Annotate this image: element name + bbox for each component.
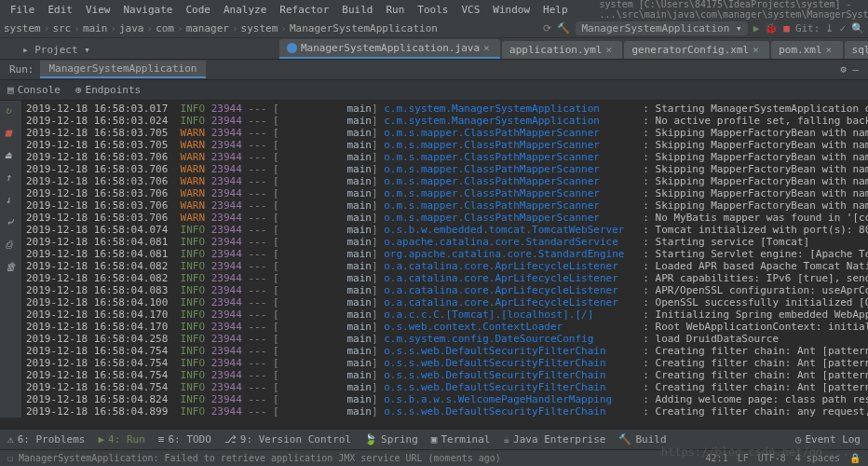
git-pull-icon[interactable]: ⤓ [825, 22, 834, 34]
run-icon[interactable]: ▶ [753, 22, 760, 34]
run-label: Run: [9, 63, 34, 75]
up-icon[interactable]: ↑ [6, 171, 17, 183]
menu-window[interactable]: Window [486, 2, 536, 18]
trash-icon[interactable]: 🗑 [6, 261, 17, 272]
menu-help[interactable]: Help [536, 2, 575, 18]
stop-icon[interactable]: ■ [6, 127, 17, 138]
git-label: Git: [795, 22, 821, 34]
file-tabs: ManagerSystemApplication.java× applicati… [0, 38, 868, 60]
menu-analyze[interactable]: Analyze [217, 2, 273, 18]
build-icon[interactable]: 🔨 [557, 22, 570, 34]
spring-tool[interactable]: 🍃 Spring [364, 433, 418, 445]
crumb-manager[interactable]: manager [186, 22, 229, 34]
menu-code[interactable]: Code [179, 2, 217, 18]
run-tool-header: Run: ManagerSystemApplication ⚙ — [0, 60, 868, 80]
sync-icon[interactable]: ⟳ [543, 22, 551, 34]
menu-edit[interactable]: Edit [42, 2, 80, 18]
menu-refactor[interactable]: Refactor [273, 2, 335, 18]
exit-icon[interactable]: ⏏ [6, 149, 17, 160]
menu-build[interactable]: Build [335, 2, 379, 18]
crumb-main[interactable]: main [83, 22, 108, 34]
rerun-icon[interactable]: ↻ [6, 104, 17, 116]
crumb-system2[interactable]: system [241, 22, 278, 34]
vcs-tool[interactable]: ⎇ 9: Version Control [224, 433, 351, 445]
eventlog-tool[interactable]: ◷ Event Log [795, 433, 861, 445]
print-icon[interactable]: ⎙ [6, 239, 17, 250]
menu-file[interactable]: File [4, 2, 42, 18]
tab-sqlmapconfig[interactable]: sqlMapConfig.xml× [845, 41, 868, 59]
project-tool[interactable]: ▸ Project ▾ [15, 41, 98, 59]
menu-vcs[interactable]: VCS [454, 2, 486, 18]
settings-icon[interactable]: ⚙ — [840, 63, 859, 75]
crumb-com[interactable]: com [156, 22, 174, 34]
menu-bar: File Edit View Navigate Code Analyze Ref… [0, 0, 868, 19]
window-title: system [C:\Users\84175\IdeaProjects\syst… [593, 0, 868, 21]
breadcrumb: system› src› main› java› com› manager› s… [0, 19, 868, 38]
debug-icon[interactable]: 🐞 [765, 22, 778, 34]
status-message: ☐ ManagerSystemApplication: Failed to re… [7, 453, 501, 463]
menu-navigate[interactable]: Navigate [117, 2, 180, 18]
lock-icon[interactable]: 🔒 [849, 453, 861, 463]
menu-view[interactable]: View [79, 2, 117, 18]
stop-icon[interactable]: ■ [783, 22, 790, 34]
tab-managersystemapplication[interactable]: ManagerSystemApplication.java× [279, 39, 500, 59]
crumb-file[interactable]: ManagerSystemApplication [290, 22, 438, 34]
todo-tool[interactable]: ≡ 6: TODO [158, 433, 211, 445]
problems-tool[interactable]: ⚠ 6: Problems [7, 433, 85, 445]
tab-pom[interactable]: pom.xml× [771, 41, 842, 59]
console-tab[interactable]: ▤ Console [7, 84, 61, 96]
build-tool[interactable]: 🔨 Build [618, 433, 666, 445]
run-gutter: ↻ ■ ⏏ ↑ ↓ ⤶ ⎙ 🗑 [0, 101, 22, 418]
run-subtabs: ▤ Console ⊕ Endpoints [0, 80, 868, 101]
menu-tools[interactable]: Tools [411, 2, 454, 18]
run-config-select[interactable]: ManagerSystemApplication ▾ [576, 21, 747, 35]
wrap-icon[interactable]: ⤶ [6, 216, 17, 227]
down-icon[interactable]: ↓ [6, 194, 17, 205]
watermark: https://blog.csdn.net/qq_... [661, 445, 849, 459]
tab-generatorconfig[interactable]: generatorConfig.xml× [624, 41, 769, 59]
run-config-tab[interactable]: ManagerSystemApplication [40, 61, 207, 78]
endpoints-tab[interactable]: ⊕ Endpoints [75, 84, 141, 96]
crumb-system[interactable]: system [4, 22, 41, 34]
tab-application-yml[interactable]: application.yml× [502, 41, 622, 59]
search-icon[interactable]: 🔍 [851, 22, 864, 34]
console-output[interactable]: 2019-12-18 16:58:03.017 INFO 23944 --- [… [22, 101, 868, 418]
crumb-java[interactable]: java [119, 22, 144, 34]
javaee-tool[interactable]: ☕ Java Enterprise [503, 433, 605, 445]
run-tool[interactable]: ▶ 4: Run [98, 433, 144, 445]
terminal-tool[interactable]: ▣ Terminal [431, 433, 491, 445]
close-tab-icon[interactable]: × [483, 42, 493, 54]
git-commit-icon[interactable]: ✓ [839, 22, 846, 34]
crumb-src[interactable]: src [52, 22, 71, 34]
menu-run[interactable]: Run [379, 2, 411, 18]
